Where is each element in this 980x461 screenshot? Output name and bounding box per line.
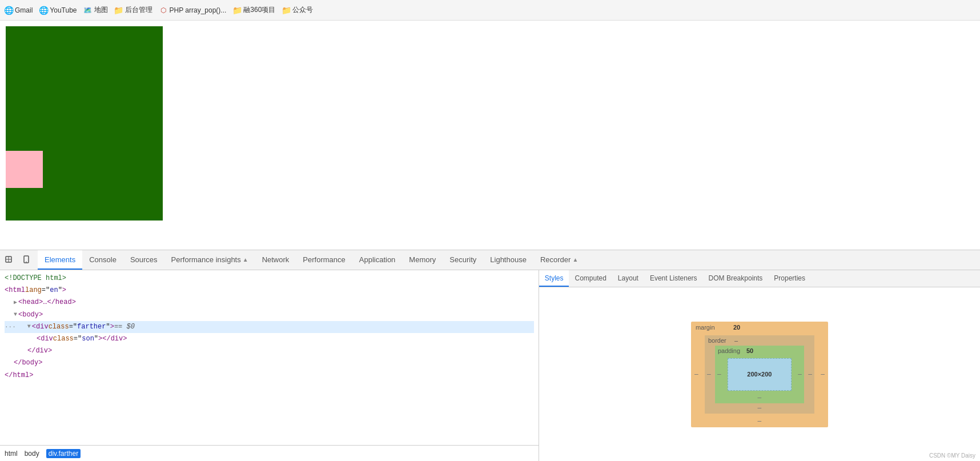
- devtools-tabs: Elements Console Sources Performance ins…: [38, 250, 585, 266]
- bookmark-gmail[interactable]: 🌐 Gmail: [5, 6, 33, 14]
- tab-recorder[interactable]: Recorder ▲: [533, 250, 585, 266]
- experimental-icon-perf: ▲: [243, 256, 248, 263]
- bookmark-rong360[interactable]: 📁 融360项目: [233, 5, 275, 15]
- bookmarks-bar: 🌐 Gmail 🌐 YouTube 🗺️ 地图 📁 后台管理 ⬡ PHP arr…: [0, 0, 980, 21]
- bookmark-backend-label: 后台管理: [125, 5, 152, 15]
- tab-network[interactable]: Network: [255, 250, 296, 266]
- bookmark-maps[interactable]: 🗺️ 地图: [84, 5, 108, 15]
- tab-security[interactable]: Security: [443, 250, 483, 266]
- tab-lighthouse[interactable]: Lighthouse: [483, 250, 533, 266]
- tab-performance[interactable]: Performance: [296, 250, 352, 266]
- bookmark-youtube[interactable]: 🌐 YouTube: [39, 6, 77, 14]
- bookmark-backend[interactable]: 📁 后台管理: [115, 5, 152, 15]
- folder-icon-rong360: 📁: [233, 6, 241, 14]
- green-box: [6, 26, 163, 221]
- devtools-icons: [2, 253, 33, 266]
- svg-point-4: [26, 262, 27, 263]
- demo-area: [6, 26, 163, 221]
- tab-console[interactable]: Console: [82, 250, 123, 266]
- device-icon[interactable]: [19, 253, 33, 266]
- maps-icon: 🗺️: [84, 6, 92, 14]
- bookmark-php-label: PHP array_pop()...: [170, 6, 227, 14]
- bookmark-php[interactable]: ⬡ PHP array_pop()...: [159, 6, 227, 14]
- php-icon: ⬡: [159, 6, 167, 14]
- bookmark-wechat-label: 公众号: [292, 5, 313, 15]
- tab-performance-insights[interactable]: Performance insights ▲: [164, 250, 255, 266]
- bookmark-gmail-label: Gmail: [15, 6, 33, 14]
- bookmark-wechat[interactable]: 📁 公众号: [282, 5, 313, 15]
- bookmark-rong360-label: 融360项目: [243, 5, 275, 15]
- tab-sources[interactable]: Sources: [123, 250, 164, 266]
- bookmark-maps-label: 地图: [94, 5, 108, 15]
- globe-icon-youtube: 🌐: [39, 6, 47, 14]
- devtools-panel: Elements Console Sources Performance ins…: [0, 250, 980, 266]
- tab-elements[interactable]: Elements: [38, 250, 82, 266]
- bookmark-youtube-label: YouTube: [50, 6, 77, 14]
- pink-box: [6, 151, 43, 188]
- tab-memory[interactable]: Memory: [402, 250, 443, 266]
- tab-application[interactable]: Application: [352, 250, 403, 266]
- folder-icon-backend: 📁: [115, 6, 123, 14]
- devtools-toolbar: Elements Console Sources Performance ins…: [0, 250, 980, 266]
- folder-icon-wechat: 📁: [282, 6, 290, 14]
- inspect-icon[interactable]: [2, 253, 16, 266]
- browser-content: [0, 21, 980, 266]
- globe-icon: 🌐: [5, 6, 13, 14]
- experimental-icon-recorder: ▲: [572, 256, 578, 263]
